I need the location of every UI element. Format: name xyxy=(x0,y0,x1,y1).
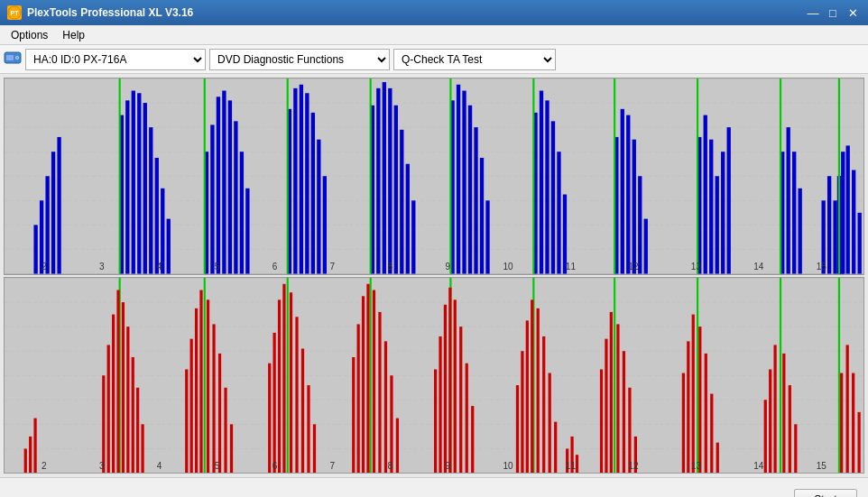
svg-rect-119 xyxy=(122,302,125,473)
svg-rect-26 xyxy=(149,127,152,273)
svg-rect-128 xyxy=(199,290,202,473)
menubar: Options Help xyxy=(0,25,868,45)
svg-rect-113 xyxy=(33,418,36,473)
svg-rect-23 xyxy=(132,91,135,274)
svg-rect-53 xyxy=(400,130,403,274)
svg-rect-148 xyxy=(366,283,369,473)
svg-rect-202 xyxy=(858,411,861,473)
svg-rect-157 xyxy=(444,304,447,473)
svg-rect-33 xyxy=(217,97,220,273)
main-content: 4 3.5 3 2.5 2 1.5 1 0.5 0 xyxy=(0,74,868,477)
svg-rect-165 xyxy=(521,351,523,473)
svg-rect-51 xyxy=(388,88,392,274)
svg-rect-87 xyxy=(787,127,790,273)
top-chart-wrapper: 4 3.5 3 2.5 2 1.5 1 0.5 0 xyxy=(4,78,864,275)
test-select[interactable]: Q-Check TA Test xyxy=(393,49,556,70)
menu-options[interactable]: Options xyxy=(4,27,55,43)
svg-rect-149 xyxy=(373,290,375,473)
app-icon: PT xyxy=(7,5,22,20)
svg-rect-100 xyxy=(858,213,862,274)
svg-rect-179 xyxy=(616,324,619,473)
svg-rect-120 xyxy=(126,327,129,473)
svg-rect-150 xyxy=(378,311,381,473)
svg-rect-83 xyxy=(721,152,725,273)
svg-rect-178 xyxy=(610,311,613,473)
svg-rect-188 xyxy=(705,353,707,473)
svg-rect-195 xyxy=(782,353,785,473)
device-select[interactable]: HA:0 ID:0 PX-716A xyxy=(25,49,206,70)
bottom-panel: Jitter: 4 Peak Shift: xyxy=(0,477,868,497)
svg-rect-141 xyxy=(301,348,304,473)
svg-rect-68 xyxy=(551,121,555,273)
svg-rect-60 xyxy=(468,106,472,274)
svg-rect-139 xyxy=(290,292,292,473)
svg-rect-35 xyxy=(228,100,232,273)
svg-rect-93 xyxy=(833,200,836,273)
svg-rect-20 xyxy=(57,137,60,274)
device-icon xyxy=(4,49,22,69)
svg-rect-32 xyxy=(210,124,214,273)
svg-rect-131 xyxy=(218,353,221,473)
svg-rect-147 xyxy=(362,296,365,473)
maximize-button[interactable]: □ xyxy=(825,5,841,20)
function-select[interactable]: DVD Diagnostic Functions xyxy=(209,49,390,70)
svg-rect-135 xyxy=(268,363,271,473)
svg-rect-34 xyxy=(222,91,226,274)
svg-rect-36 xyxy=(234,121,237,273)
device-selector-group: HA:0 ID:0 PX-716A xyxy=(4,49,206,70)
svg-rect-97 xyxy=(840,176,844,273)
bottom-chart-svg xyxy=(5,278,863,474)
titlebar: PT PlexTools Professional XL V3.16 — □ ✕ xyxy=(0,0,868,25)
svg-rect-199 xyxy=(840,373,843,473)
svg-rect-62 xyxy=(480,158,484,274)
svg-rect-69 xyxy=(557,152,560,273)
svg-rect-126 xyxy=(190,338,193,473)
svg-rect-167 xyxy=(531,299,533,473)
titlebar-left: PT PlexTools Professional XL V3.16 xyxy=(7,5,193,20)
svg-rect-49 xyxy=(376,88,380,274)
svg-rect-25 xyxy=(143,103,147,273)
svg-rect-121 xyxy=(132,356,134,473)
svg-rect-187 xyxy=(698,327,701,473)
svg-rect-22 xyxy=(125,100,129,273)
menu-help[interactable]: Help xyxy=(55,27,92,43)
svg-rect-166 xyxy=(526,320,529,473)
svg-rect-177 xyxy=(605,338,607,473)
svg-rect-130 xyxy=(212,324,215,473)
svg-rect-161 xyxy=(466,363,468,473)
close-button[interactable]: ✕ xyxy=(845,5,861,20)
svg-rect-81 xyxy=(709,140,713,274)
svg-rect-169 xyxy=(542,336,545,473)
start-button[interactable]: Start xyxy=(794,489,857,498)
top-chart-area xyxy=(4,78,864,275)
svg-rect-200 xyxy=(846,345,849,473)
svg-rect-186 xyxy=(692,314,695,473)
svg-rect-59 xyxy=(462,91,466,274)
svg-rect-116 xyxy=(107,345,110,473)
svg-rect-44 xyxy=(311,113,315,274)
bottom-chart-area xyxy=(4,277,864,474)
svg-rect-50 xyxy=(383,82,386,273)
svg-rect-137 xyxy=(278,299,281,473)
svg-rect-156 xyxy=(439,336,441,473)
svg-rect-19 xyxy=(51,152,55,273)
titlebar-controls: — □ ✕ xyxy=(805,5,861,20)
svg-rect-180 xyxy=(623,351,625,473)
svg-rect-138 xyxy=(282,283,285,473)
svg-rect-54 xyxy=(406,164,410,274)
svg-rect-158 xyxy=(448,287,451,473)
svg-point-5 xyxy=(16,57,18,59)
svg-rect-73 xyxy=(621,109,624,274)
svg-rect-160 xyxy=(459,327,462,473)
svg-rect-27 xyxy=(155,158,159,274)
bottom-chart-x-axis: 2 3 4 5 6 7 8 9 10 11 12 13 14 15 xyxy=(40,457,828,474)
svg-rect-75 xyxy=(633,140,636,274)
svg-rect-42 xyxy=(300,85,303,274)
minimize-button[interactable]: — xyxy=(805,5,821,20)
svg-rect-61 xyxy=(474,127,477,273)
svg-rect-88 xyxy=(792,152,796,273)
svg-rect-151 xyxy=(384,341,387,473)
svg-rect-127 xyxy=(195,308,198,473)
svg-rect-194 xyxy=(773,345,776,473)
svg-rect-80 xyxy=(704,115,707,274)
